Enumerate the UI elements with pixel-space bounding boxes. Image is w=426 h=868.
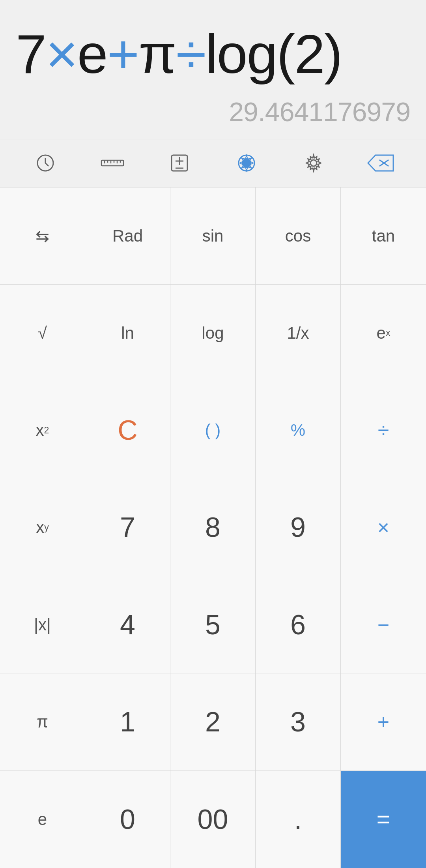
one-key[interactable]: 1	[85, 673, 170, 770]
parentheses-key[interactable]: ( )	[170, 382, 256, 479]
clear-key[interactable]: C	[85, 382, 170, 479]
theme-button[interactable]	[231, 147, 262, 179]
key-row-3: x2 C ( ) % ÷	[0, 382, 426, 479]
eight-key[interactable]: 8	[170, 479, 256, 576]
sqrt-key[interactable]: √	[0, 285, 85, 381]
key-row-5: |x| 4 5 6 −	[0, 576, 426, 673]
key-row-2: √ ln log 1/x ex	[0, 285, 426, 382]
expr-log2: log(2)	[206, 24, 342, 84]
divide-key[interactable]: ÷	[341, 382, 426, 479]
euler-key[interactable]: e	[0, 771, 85, 868]
toolbar	[0, 139, 426, 187]
percent-key[interactable]: %	[256, 382, 341, 479]
ruler-icon	[101, 157, 124, 169]
expr-pi: π	[138, 24, 176, 84]
zero-key[interactable]: 0	[85, 771, 170, 868]
inverse-key[interactable]: ⇆	[0, 187, 85, 284]
svg-point-14	[310, 160, 317, 166]
result-display: 29.4641176979	[16, 96, 410, 127]
plusminus-icon	[170, 153, 189, 173]
subtract-key[interactable]: −	[341, 576, 426, 673]
abs-key[interactable]: |x|	[0, 576, 85, 673]
settings-button[interactable]	[298, 147, 329, 179]
reciprocal-key[interactable]: 1/x	[256, 285, 341, 381]
ruler-button[interactable]	[97, 147, 128, 179]
key-row-6: π 1 2 3 +	[0, 673, 426, 771]
double-zero-key[interactable]: 00	[170, 771, 256, 868]
cos-key[interactable]: cos	[256, 187, 341, 284]
sin-key[interactable]: sin	[170, 187, 256, 284]
six-key[interactable]: 6	[256, 576, 341, 673]
keypad: ⇆ Rad sin cos tan √ ln log 1/x ex x2 C (…	[0, 187, 426, 868]
five-key[interactable]: 5	[170, 576, 256, 673]
rad-key[interactable]: Rad	[85, 187, 170, 284]
square-key[interactable]: x2	[0, 382, 85, 479]
expr-times: ×	[46, 24, 77, 84]
pi-key[interactable]: π	[0, 673, 85, 770]
add-key[interactable]: +	[341, 673, 426, 770]
ln-key[interactable]: ln	[85, 285, 170, 381]
plusminus-button[interactable]	[164, 147, 195, 179]
backspace-button[interactable]	[365, 147, 396, 179]
nine-key[interactable]: 9	[256, 479, 341, 576]
theme-icon	[237, 153, 256, 173]
history-button[interactable]	[30, 147, 61, 179]
key-row-1: ⇆ Rad sin cos tan	[0, 187, 426, 285]
expr-7: 7	[16, 24, 46, 84]
backspace-icon	[367, 154, 394, 172]
decimal-key[interactable]: .	[256, 771, 341, 868]
tan-key[interactable]: tan	[341, 187, 426, 284]
three-key[interactable]: 3	[256, 673, 341, 770]
key-row-7: e 0 00 . =	[0, 771, 426, 868]
settings-icon	[304, 153, 323, 173]
expr-div: ÷	[176, 24, 206, 84]
expr-e: e	[77, 24, 107, 84]
log-key[interactable]: log	[170, 285, 256, 381]
key-row-4: xy 7 8 9 ×	[0, 479, 426, 576]
expression: 7×e+π÷log(2)	[16, 24, 410, 84]
display-area: 7×e+π÷log(2) 29.4641176979	[0, 0, 426, 139]
exp-key[interactable]: ex	[341, 285, 426, 381]
two-key[interactable]: 2	[170, 673, 256, 770]
power-key[interactable]: xy	[0, 479, 85, 576]
four-key[interactable]: 4	[85, 576, 170, 673]
history-icon	[36, 153, 55, 173]
equals-key[interactable]: =	[341, 771, 426, 868]
seven-key[interactable]: 7	[85, 479, 170, 576]
expr-plus: +	[107, 24, 139, 84]
multiply-key[interactable]: ×	[341, 479, 426, 576]
